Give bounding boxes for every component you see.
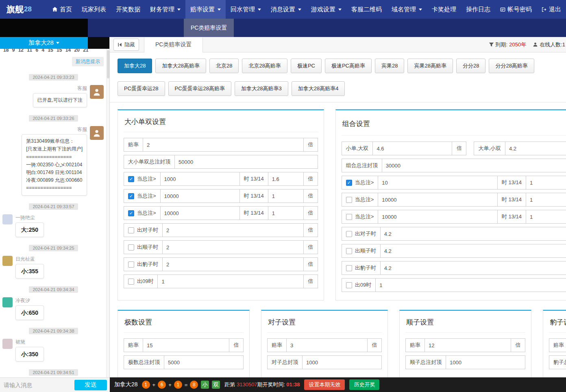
game-tab-3[interactable]: 北京28高赔率 xyxy=(242,59,287,73)
field-input[interactable] xyxy=(268,172,304,186)
hide-sidebar-button[interactable]: 隐藏 xyxy=(113,39,139,51)
game-tab-6[interactable]: 宾果28 xyxy=(375,59,404,73)
field-input[interactable] xyxy=(380,261,566,275)
nav-item-domain[interactable]: 域名管理 xyxy=(387,0,427,19)
field-input[interactable] xyxy=(160,172,240,186)
game-tab-8[interactable]: 分分28 xyxy=(456,59,485,73)
field-input[interactable] xyxy=(424,338,511,352)
field-input[interactable] xyxy=(446,355,525,369)
game-tab-7[interactable]: 宾果28高赔率 xyxy=(407,59,453,73)
row-checkbox[interactable]: ✓ xyxy=(128,176,134,182)
nav-item-finance[interactable]: 财务管理 xyxy=(145,0,185,19)
field-input[interactable] xyxy=(378,176,498,189)
field-input[interactable] xyxy=(162,223,304,237)
invalid-period-button[interactable]: 设置本期无效 xyxy=(304,379,345,390)
field-input[interactable] xyxy=(143,138,304,152)
field-input[interactable] xyxy=(268,206,304,220)
odds-row: 赔率倍 xyxy=(124,138,318,152)
room-selector[interactable]: 加拿大28 xyxy=(0,37,88,49)
row-checkbox[interactable]: ✓ xyxy=(346,180,352,186)
field-input[interactable] xyxy=(375,278,566,292)
row-checkbox[interactable] xyxy=(346,214,352,220)
panel-big-small-odd-even: 大小单双设置赔率倍大小单双总注封顶✓当总注>时 13/14倍✓当总注>时 13/… xyxy=(118,109,324,301)
nav-item-operation-log[interactable]: 操作日志 xyxy=(461,0,495,19)
nav-item-players[interactable]: 玩家列表 xyxy=(77,0,111,19)
game-tab-2[interactable]: 北京28 xyxy=(209,59,239,73)
submenu-item-pc-odds[interactable]: PC类赔率设置 xyxy=(184,19,234,37)
field-input[interactable] xyxy=(380,244,566,258)
field-input[interactable] xyxy=(164,355,244,369)
nav-item-draw-data[interactable]: 开奖数据 xyxy=(111,0,145,19)
field-input[interactable] xyxy=(378,193,498,207)
message-bubble: 第3130499账单信息： [只发送上期有下注的用户] ============… xyxy=(22,134,87,195)
field-input[interactable] xyxy=(380,227,566,241)
game-tab-r2-3[interactable]: 加拿大28高赔率4 xyxy=(292,81,345,96)
field-input[interactable] xyxy=(505,142,566,155)
row-checkbox[interactable]: ✓ xyxy=(128,210,134,216)
nav-item-rebate[interactable]: 回水管理 xyxy=(226,0,266,19)
nav-item-odds-settings[interactable]: 赔率设置 xyxy=(185,0,226,19)
row-checkbox[interactable] xyxy=(128,279,134,285)
submenu-spacer xyxy=(0,19,88,37)
history-button[interactable]: 历史开奖 xyxy=(349,379,379,390)
field-input[interactable] xyxy=(162,240,304,254)
row-checkbox[interactable] xyxy=(346,282,352,288)
nav-item-service-qrcode[interactable]: 客服二维码 xyxy=(346,0,387,19)
nav-item-card-prize[interactable]: 卡奖处理 xyxy=(427,0,461,19)
game-tab-r2-1[interactable]: PC蛋蛋幸运28高赔率 xyxy=(168,81,232,96)
row-checkbox[interactable] xyxy=(346,231,352,237)
nav-item-logout[interactable]: 退出 xyxy=(537,0,566,19)
field-label-text: 出09时 xyxy=(355,281,371,289)
row-checkbox[interactable] xyxy=(128,261,134,268)
avatar xyxy=(90,126,104,140)
nav-item-home[interactable]: 首页 xyxy=(47,0,77,19)
row-checkbox[interactable]: ✓ xyxy=(128,193,134,199)
sidebar-scrollbar[interactable] xyxy=(106,49,109,377)
nav-item-label: 卡奖处理 xyxy=(432,6,456,13)
expire-info: 到期: 2050年 xyxy=(489,41,527,48)
unit-label: 倍 xyxy=(303,189,318,203)
field-input[interactable] xyxy=(160,189,240,203)
field-label: 出对子时 xyxy=(342,227,381,241)
new-message-hint[interactable]: 新消息提示 xyxy=(72,57,104,66)
field-label: 出09时 xyxy=(124,274,158,288)
field-input[interactable] xyxy=(302,355,382,369)
nav-item-account-password[interactable]: 帐号密码 xyxy=(495,0,537,19)
field-input[interactable] xyxy=(143,338,229,352)
field-input[interactable] xyxy=(162,257,304,271)
field-input[interactable] xyxy=(382,159,566,172)
field-input[interactable] xyxy=(526,193,566,207)
game-tab-0[interactable]: 加拿大28 xyxy=(118,59,152,73)
field-input[interactable] xyxy=(526,176,566,189)
game-tab-1[interactable]: 加拿大28高赔率 xyxy=(155,59,206,73)
field-input[interactable] xyxy=(526,210,566,224)
field-label: ✓当总注> xyxy=(124,206,161,220)
game-tab-5[interactable]: 极速PC高赔率 xyxy=(325,59,372,73)
game-tab-r2-2[interactable]: 加拿大28高赔率3 xyxy=(235,81,288,96)
row-checkbox[interactable] xyxy=(128,227,134,233)
field-input[interactable] xyxy=(174,155,318,169)
unit-label: 倍 xyxy=(229,338,244,352)
field-input[interactable] xyxy=(372,142,452,155)
scrollbar-thumb[interactable] xyxy=(107,50,109,78)
nav-item-message-settings[interactable]: 消息设置 xyxy=(266,0,306,19)
field-input[interactable] xyxy=(157,274,303,288)
field-input[interactable] xyxy=(268,189,304,203)
game-tab-r2-0[interactable]: PC蛋蛋幸运28 xyxy=(118,81,165,96)
field-input[interactable] xyxy=(286,338,368,352)
row-checkbox[interactable] xyxy=(346,248,352,254)
row-checkbox[interactable] xyxy=(346,197,352,203)
row-checkbox[interactable] xyxy=(346,265,352,271)
field-input[interactable] xyxy=(378,210,498,224)
tab-pc-odds-settings[interactable]: PC类赔率设置 xyxy=(144,37,203,52)
send-button[interactable]: 发送 xyxy=(74,380,107,390)
field-input[interactable] xyxy=(160,206,240,220)
game-tab-4[interactable]: 极速PC xyxy=(291,59,322,73)
field-label: 赔率 xyxy=(267,338,287,352)
chat-list[interactable]: 18 9 12 11 6 4 15 15 14 20 21 新消息提示 2024… xyxy=(0,49,109,377)
game-tab-9[interactable]: 分分28高赔率 xyxy=(489,59,534,73)
hide-label: 隐藏 xyxy=(124,41,135,48)
nav-item-game-settings[interactable]: 游戏设置 xyxy=(306,0,346,19)
chat-input[interactable] xyxy=(4,382,72,388)
row-checkbox[interactable] xyxy=(128,244,134,250)
